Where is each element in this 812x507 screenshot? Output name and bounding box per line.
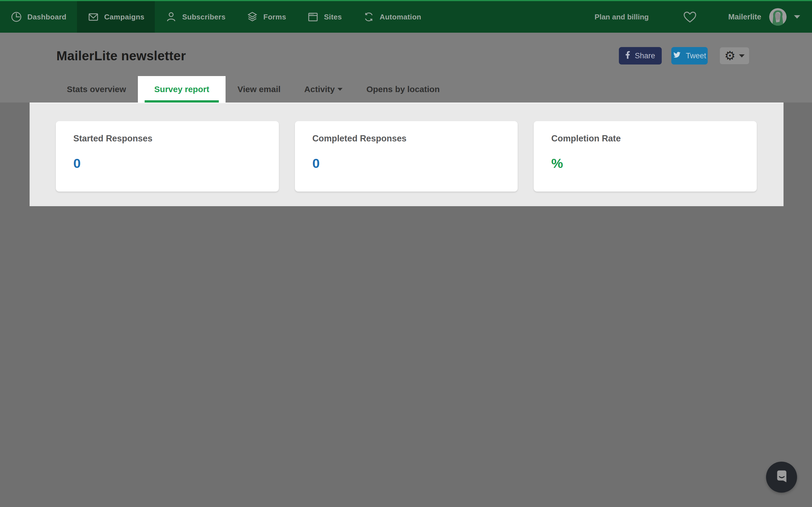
tab-survey-report[interactable]: Survey report: [138, 76, 225, 103]
nav-item-sites[interactable]: Sites: [297, 1, 352, 33]
page-title: MailerLite newsletter: [56, 48, 186, 63]
completed-responses-card: Completed Responses 0: [295, 121, 518, 191]
campaign-header: MailerLite newsletter Share: [0, 33, 812, 103]
nav-item-label: Sites: [324, 13, 342, 21]
nav-item-label: Subscribers: [182, 13, 225, 21]
avatar[interactable]: [769, 8, 786, 25]
mailerlite-app: Dashboard Campaigns Subscribers: [0, 0, 812, 507]
campaign-tabs: Stats overview Survey report View email …: [55, 76, 812, 103]
tweet-button[interactable]: Tweet: [671, 47, 708, 64]
tab-label: Activity: [304, 84, 335, 94]
nav-item-forms[interactable]: Forms: [236, 1, 297, 33]
card-value: %: [551, 156, 739, 171]
card-title: Completion Rate: [551, 133, 739, 144]
nav-item-subscribers[interactable]: Subscribers: [155, 1, 236, 33]
completion-rate-card: Completion Rate %: [534, 121, 757, 191]
card-value: 0: [312, 156, 500, 171]
gear-icon: ⚙: [724, 50, 735, 62]
tab-label: Survey report: [154, 84, 209, 94]
nav-item-campaigns[interactable]: Campaigns: [77, 1, 155, 33]
facebook-icon: [625, 50, 630, 61]
chevron-down-icon: [338, 88, 343, 91]
chat-launcher-button[interactable]: [766, 462, 797, 493]
layers-icon: [246, 11, 258, 23]
survey-report-panel: Started Responses 0 Completed Responses …: [30, 103, 783, 206]
facebook-share-button[interactable]: Share: [619, 47, 662, 64]
tab-activity[interactable]: Activity: [292, 76, 354, 103]
header-actions: Share Tweet ⚙: [619, 47, 749, 64]
nav-item-label: Forms: [263, 13, 286, 21]
tab-label: Stats overview: [67, 84, 126, 94]
share-button-label: Share: [635, 52, 655, 60]
nav-item-label: Dashboard: [28, 13, 66, 21]
card-value: 0: [73, 156, 261, 171]
tab-view-email[interactable]: View email: [225, 76, 292, 103]
tab-label: View email: [238, 84, 281, 94]
account-name: Mailerlite: [728, 13, 761, 21]
nav-item-label: Campaigns: [104, 13, 145, 21]
tab-label: Opens by location: [366, 84, 440, 94]
started-responses-card: Started Responses 0: [56, 121, 279, 191]
nav-main-menu: Dashboard Campaigns Subscribers: [0, 1, 432, 33]
nav-right: Plan and billing Mailerlite: [595, 1, 812, 33]
plan-and-billing-link[interactable]: Plan and billing: [595, 13, 649, 21]
person-icon: [165, 11, 177, 23]
top-nav: Dashboard Campaigns Subscribers: [0, 0, 812, 33]
sync-icon: [363, 11, 375, 23]
envelope-icon: [87, 11, 99, 23]
card-title: Completed Responses: [312, 133, 500, 144]
chevron-down-icon: [794, 15, 800, 18]
browser-icon: [307, 11, 319, 23]
nav-item-automation[interactable]: Automation: [352, 1, 432, 33]
tab-stats-overview[interactable]: Stats overview: [55, 76, 138, 103]
tweet-button-label: Tweet: [686, 52, 706, 60]
account-menu[interactable]: Mailerlite: [728, 8, 800, 25]
nav-item-label: Automation: [380, 13, 421, 21]
chevron-down-icon: [739, 54, 745, 57]
settings-dropdown-button[interactable]: ⚙: [719, 47, 749, 64]
nav-item-dashboard[interactable]: Dashboard: [0, 1, 77, 33]
tab-opens-by-location[interactable]: Opens by location: [354, 76, 451, 103]
twitter-icon: [673, 51, 681, 60]
card-title: Started Responses: [73, 133, 261, 144]
heart-icon[interactable]: [682, 10, 697, 24]
clock-icon: [10, 11, 22, 23]
chat-bubble-icon: [774, 469, 790, 486]
